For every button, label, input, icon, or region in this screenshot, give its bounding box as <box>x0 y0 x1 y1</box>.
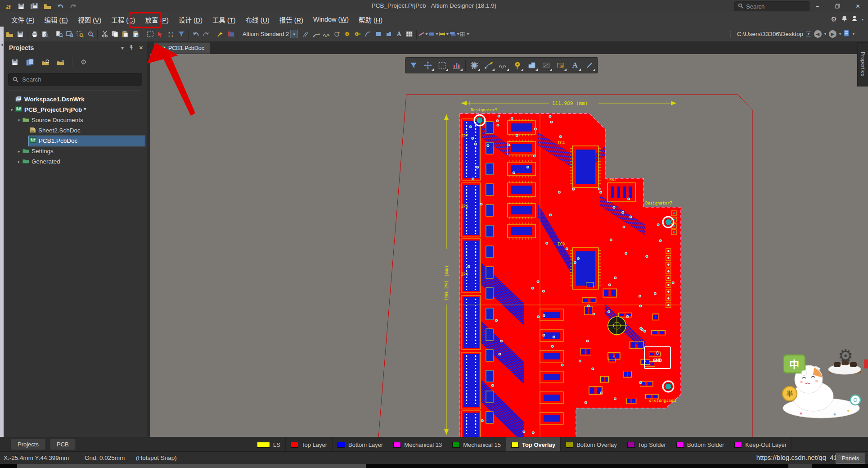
loop-icon[interactable] <box>332 29 342 39</box>
route-track-icon[interactable] <box>482 59 495 72</box>
layer-tab-bottom-layer[interactable]: Bottom Layer <box>333 437 388 452</box>
paste-icon[interactable] <box>120 29 130 39</box>
place-line-icon[interactable] <box>583 59 596 72</box>
layer-tab-top-layer[interactable]: Top Layer <box>286 437 333 452</box>
global-search-box[interactable]: Search <box>734 1 810 11</box>
swatch-plane-icon[interactable] <box>450 29 460 39</box>
layer-tab-mechanical-15[interactable]: Mechanical 15 <box>447 437 506 452</box>
cut-icon[interactable] <box>99 29 110 39</box>
zoom-area-icon[interactable] <box>75 29 85 39</box>
open-project-icon[interactable] <box>41 58 49 66</box>
layer-tab-bottom-solder[interactable]: Bottom Solder <box>671 437 729 452</box>
redo-icon[interactable] <box>201 29 211 39</box>
tree-item-pcb_projectprjpcb[interactable]: ▾PCB_Project.PrjPcb * <box>4 105 147 115</box>
place-via-icon[interactable] <box>511 59 524 72</box>
menu-item-windoww[interactable]: Window (W) <box>308 14 354 25</box>
forward-icon[interactable]: ▶ <box>829 30 837 38</box>
fill-rect-icon[interactable] <box>373 29 383 39</box>
filter-clear-icon[interactable] <box>176 29 186 39</box>
table-icon[interactable] <box>404 29 414 39</box>
gear-icon[interactable]: ⚙ <box>831 15 837 23</box>
zoom-fit-icon[interactable] <box>64 29 75 39</box>
back-icon[interactable]: ◀ <box>814 30 822 38</box>
place-text-icon[interactable]: A <box>568 59 582 72</box>
panel-tab-projects[interactable]: Projects <box>11 439 45 450</box>
menu-item-c[interactable]: 工程 (C) <box>106 13 140 26</box>
route-differential-icon[interactable] <box>496 59 510 72</box>
copy-icon[interactable] <box>110 29 120 39</box>
document-tab-pcb1[interactable]: PCB1.PcbDoc <box>154 42 210 54</box>
pad-gold-icon[interactable] <box>342 29 352 39</box>
menu-item-t[interactable]: 工具 (T) <box>207 13 241 26</box>
place-polygon-icon[interactable] <box>525 59 539 72</box>
panel-tab-pcb[interactable]: PCB <box>50 439 76 450</box>
restore-button[interactable] <box>828 0 848 12</box>
path-box[interactable]: C:\Users\33306\Desktop <box>737 31 803 37</box>
menu-item-f[interactable]: 文件 (F) <box>6 13 40 26</box>
place-component-icon[interactable] <box>468 59 481 72</box>
undo-icon[interactable] <box>190 29 201 39</box>
path-dropdown-icon[interactable]: ▾ <box>806 31 811 37</box>
collapse-left-icon[interactable]: ◄ <box>0 43 4 47</box>
project-options-icon[interactable] <box>57 58 65 66</box>
tree-item-pcb1pcbdoc[interactable]: PCB1.PcbDoc <box>4 136 147 146</box>
route-differential-icon[interactable] <box>321 29 332 39</box>
cross-select-icon[interactable] <box>225 29 236 39</box>
menu-item-p[interactable]: 放置 (P) <box>140 13 174 26</box>
user-dropdown-icon[interactable]: ▾ <box>862 18 864 22</box>
projects-search-box[interactable]: Search <box>8 73 142 86</box>
place-dimension-icon[interactable]: 10 <box>554 59 567 72</box>
profile-selector[interactable]: Altium Standard 2▾ <box>243 30 298 38</box>
tree-item-generated[interactable]: ▸Generated <box>4 156 147 167</box>
text-icon[interactable]: A <box>394 29 404 39</box>
menu-item-v[interactable]: 视图 (V) <box>73 13 106 26</box>
tree-item-workspace1dsnwrk[interactable]: Workspace1.DsnWrk <box>4 94 147 105</box>
layer-tab-mechanical-13[interactable]: Mechanical 13 <box>388 437 447 452</box>
save-icon[interactable] <box>15 29 25 39</box>
user-icon[interactable] <box>852 15 857 23</box>
tree-item-settings[interactable]: ▸Settings <box>4 146 147 156</box>
select-area-icon[interactable] <box>436 59 449 72</box>
settings-gear-icon[interactable]: ⚙ <box>80 58 88 66</box>
tree-item-sourcedocuments[interactable]: ▾Source Documents <box>4 115 147 125</box>
pcb-canvas[interactable]: USB10GND111.989 (mm)190.291 (mm)Designat… <box>150 54 868 437</box>
board-insight-icon[interactable] <box>450 59 463 72</box>
save-icon[interactable] <box>11 58 19 66</box>
hatch-icon[interactable] <box>301 29 311 39</box>
properties-side-tab[interactable]: Properties <box>857 42 868 86</box>
swatch-line-icon[interactable] <box>418 29 429 39</box>
snap-options-icon[interactable] <box>166 29 176 39</box>
menu-item-r[interactable]: 报告 (R) <box>274 13 308 26</box>
layer-tab-top-solder[interactable]: Top Solder <box>622 437 671 452</box>
layer-tab-ls[interactable]: LS <box>252 437 286 452</box>
layer-tab-top-overlay[interactable]: Top Overlay <box>506 437 561 452</box>
grid-settings-icon[interactable] <box>460 29 470 39</box>
route-width-icon[interactable] <box>311 29 321 39</box>
swatch-net-icon[interactable] <box>429 29 439 39</box>
menu-item-u[interactable]: 布线 (U) <box>241 13 274 26</box>
layer-tab-bottom-overlay[interactable]: Bottom Overlay <box>561 437 622 452</box>
move-selection-icon[interactable] <box>155 29 166 39</box>
open-icon[interactable] <box>4 29 15 39</box>
tree-item-sheet2schdoc[interactable]: Sheet2.SchDoc <box>4 125 147 136</box>
zoom-point-icon[interactable] <box>85 29 95 39</box>
panels-button[interactable]: Panels <box>836 453 865 464</box>
panel-dropdown-icon[interactable]: ▾ <box>121 45 124 51</box>
panel-splitter[interactable] <box>147 41 150 437</box>
swatch-dimension-icon[interactable] <box>439 29 450 39</box>
quick-wand-icon[interactable] <box>215 29 225 39</box>
filter-icon[interactable] <box>407 59 420 72</box>
bell-icon[interactable] <box>841 15 847 23</box>
move-icon[interactable] <box>421 59 435 72</box>
print-preview-icon[interactable] <box>40 29 50 39</box>
new-document-icon[interactable] <box>844 30 850 38</box>
copy-documents-icon[interactable] <box>26 58 34 66</box>
menu-item-d[interactable]: 设计 (D) <box>174 13 207 26</box>
zoom-document-icon[interactable] <box>54 29 64 39</box>
printer-icon[interactable] <box>29 29 40 39</box>
panel-pin-icon[interactable] <box>129 45 134 51</box>
menu-item-e[interactable]: 编辑 (E) <box>40 13 73 26</box>
minimize-button[interactable]: – <box>807 0 828 12</box>
select-area-icon[interactable] <box>145 29 155 39</box>
via-gold-icon[interactable] <box>352 29 363 39</box>
